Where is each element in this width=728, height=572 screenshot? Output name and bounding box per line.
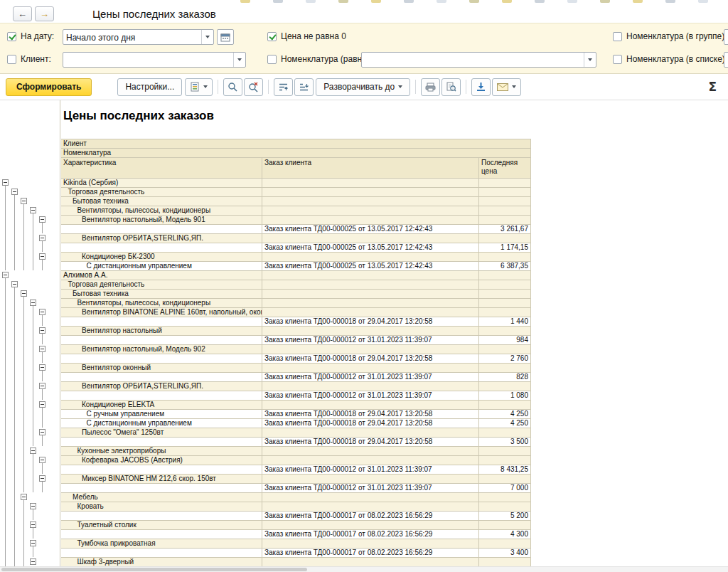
group-collapse-expander[interactable] [11,189,18,195]
group-name-cell[interactable]: Вентиляторы, пылесосы, кондиционеры [61,299,262,308]
characteristic-cell[interactable]: С дистанционным управлением [61,419,262,428]
column-header-order[interactable]: Заказ клиента [262,158,479,179]
order-cell[interactable] [262,299,479,308]
order-cell[interactable] [262,234,479,243]
last-price-cell[interactable]: 8 431,25 [479,465,531,475]
characteristic-cell[interactable] [61,317,262,327]
report-detail-row[interactable]: Заказ клиента ТД00-000017 от 08.02.2023 … [61,530,531,539]
price-not-zero-checkbox[interactable] [267,32,277,41]
group-name-cell[interactable]: Кровать [61,502,262,512]
last-price-cell[interactable] [479,364,531,373]
report-group-row[interactable]: Вентилятор ОРБИТА,STERLING,ЯП. [61,382,531,391]
group-name-cell[interactable]: Кофеварка JACOBS (Австрия) [61,456,262,465]
characteristic-cell[interactable] [61,373,262,382]
order-cell[interactable]: Заказ клиента ТД00-000012 от 31.01.2023 … [262,391,479,401]
group-collapse-expander[interactable] [11,281,18,287]
order-cell[interactable]: Заказ клиента ТД00-000018 от 29.04.2017 … [262,354,479,364]
report-group-row[interactable]: Кондиционер ELEKTA [61,401,531,410]
group-collapse-expander[interactable] [30,300,36,306]
last-price-cell[interactable]: 3 400 [479,549,531,558]
group-name-cell[interactable]: Вентилятор настольный, Модель 902 [61,345,262,354]
order-cell[interactable] [262,271,479,280]
report-group-row[interactable]: Вентилятор настольный, Модель 901 [61,216,531,225]
last-price-cell[interactable]: 4 250 [479,419,531,428]
report-group-row[interactable]: Кровать [61,502,531,512]
characteristic-cell[interactable] [61,438,262,447]
report-detail-row[interactable]: Заказ клиента ТД00-000012 от 31.01.2023 … [61,465,531,475]
group-collapse-expander[interactable] [21,198,27,204]
group-collapse-expander[interactable] [30,207,36,213]
report-group-row[interactable]: Алхимов А.А. [61,271,531,280]
horizontal-scrollbar[interactable] [0,566,728,572]
report-group-row[interactable]: Вентиляторы, пылесосы, кондиционеры [61,206,531,216]
last-price-cell[interactable] [479,521,531,530]
group-collapse-expander[interactable] [39,235,46,241]
generate-button[interactable]: Сформировать [6,78,92,96]
report-group-row[interactable]: Торговая деятельность [61,188,531,197]
report-detail-row[interactable]: Заказ клиента ТД00-000018 от 29.04.2017 … [61,354,531,364]
order-cell[interactable] [262,475,479,484]
last-price-cell[interactable]: 4 250 [479,410,531,419]
settings-button[interactable]: Настройки... [117,78,182,96]
report-detail-row[interactable]: С дистанционным управлениемЗаказ клиента… [61,262,531,271]
group-collapse-expander[interactable] [21,290,27,297]
last-price-cell[interactable] [479,539,531,549]
on-date-combo[interactable]: Начало этого дня [63,29,214,45]
order-cell[interactable] [262,253,479,262]
report-group-row[interactable]: Kikinda (Сербия) [61,179,531,188]
report-group-row[interactable]: Тумбочка прикроватная [61,539,531,549]
group-name-cell[interactable]: Кухонные электроприборы [61,447,262,456]
group-collapse-expander[interactable] [39,364,46,371]
group-name-cell[interactable]: Миксер BINATONE HM 212,6 скор. 150вт [61,475,262,484]
last-price-cell[interactable] [479,308,531,317]
characteristic-cell[interactable] [61,549,262,558]
report-group-row[interactable]: Вентилятор ОРБИТА,STERLING,ЯП. [61,234,531,243]
group-name-cell[interactable]: Шкаф 3-дверный [61,558,262,566]
last-price-cell[interactable]: 2 760 [479,354,531,364]
nomen-equal-combo[interactable] [361,52,596,68]
group-name-cell[interactable]: Алхимов А.А. [61,271,262,280]
group-collapse-expander[interactable] [21,494,27,500]
characteristic-cell[interactable] [61,530,262,539]
report-detail-row[interactable]: Заказ клиента ТД00-000012 от 31.01.2023 … [61,484,531,493]
last-price-cell[interactable] [479,299,531,308]
header-client-cell[interactable]: Клиент [61,139,531,149]
order-cell[interactable] [262,188,479,197]
order-cell[interactable] [262,280,479,290]
order-cell[interactable] [262,539,479,549]
order-cell[interactable]: Заказ клиента ТД00-000017 от 08.02.2023 … [262,549,479,558]
last-price-cell[interactable]: 1 080 [479,391,531,401]
group-collapse-expander[interactable] [39,401,46,408]
report-group-row[interactable]: Бытовая техника [61,290,531,299]
characteristic-cell[interactable] [61,391,262,401]
last-price-cell[interactable]: 828 [479,373,531,382]
order-cell[interactable] [262,502,479,512]
group-name-cell[interactable]: Туалетный столик [61,521,262,530]
order-cell[interactable]: Заказ клиента ТД00-000018 от 29.04.2017 … [262,438,479,447]
order-cell[interactable] [262,206,479,216]
report-detail-row[interactable]: Заказ клиента ТД00-000025 от 13.05.2017 … [61,243,531,253]
save-file-button[interactable] [471,78,491,96]
report-detail-row[interactable]: Заказ клиента ТД00-000012 от 31.01.2023 … [61,391,531,401]
group-collapse-expander[interactable] [39,457,46,463]
order-cell[interactable] [262,456,479,465]
order-cell[interactable] [262,364,479,373]
last-price-cell[interactable]: 3 500 [479,438,531,447]
collapse-groups-button[interactable] [274,78,293,96]
characteristic-cell[interactable] [61,484,262,493]
report-detail-row[interactable]: Заказ клиента ТД00-000017 от 08.02.2023 … [61,512,531,521]
order-cell[interactable] [262,447,479,456]
order-cell[interactable] [262,290,479,299]
last-price-cell[interactable] [479,382,531,391]
order-cell[interactable] [262,558,479,566]
report-detail-row[interactable]: Заказ клиента ТД00-000012 от 31.01.2023 … [61,373,531,382]
last-price-cell[interactable] [479,197,531,206]
column-header-characteristic[interactable]: Характеристика [61,158,262,179]
group-collapse-expander[interactable] [39,429,46,435]
group-name-cell[interactable]: Торговая деятельность [61,280,262,290]
report-group-row[interactable]: Миксер BINATONE HM 212,6 скор. 150вт [61,475,531,484]
order-cell[interactable]: Заказ клиента ТД00-000012 от 31.01.2023 … [262,336,479,345]
characteristic-cell[interactable]: С ручным управлением [61,410,262,419]
group-collapse-expander[interactable] [39,475,46,482]
group-collapse-expander[interactable] [39,383,46,389]
